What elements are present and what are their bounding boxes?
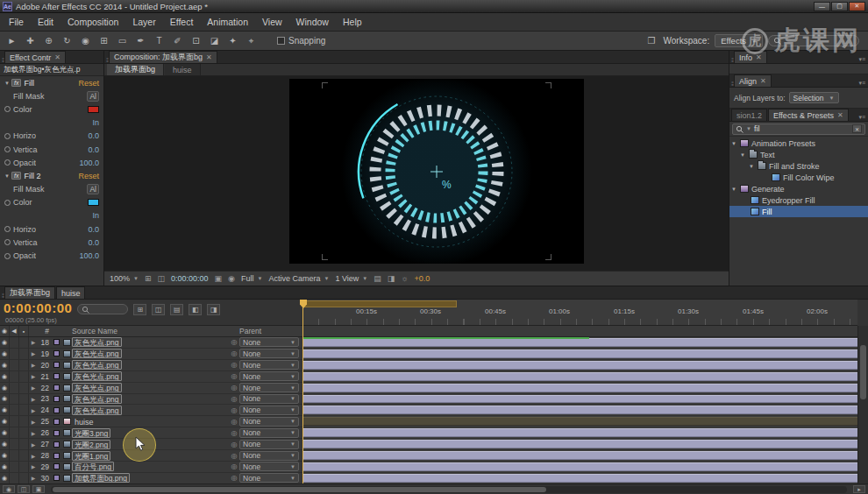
pick-whip-icon[interactable]: ◎ — [229, 474, 239, 482]
layer-row[interactable]: ◉ ▶ 18 灰色光点.png ◎ None▼ — [0, 337, 302, 349]
parent-dropdown[interactable]: None▼ — [239, 428, 299, 438]
fill-color-swatch[interactable] — [88, 199, 99, 206]
close-icon[interactable]: ✕ — [206, 53, 212, 61]
pick-whip-icon[interactable]: ◎ — [229, 406, 239, 414]
effect-property-row[interactable]: Fill Mask Al — [0, 183, 103, 196]
shape-tool[interactable]: ▭ — [116, 34, 129, 48]
eye-icon[interactable]: ◉ — [0, 360, 10, 370]
horizontal-scrollbar[interactable] — [51, 486, 847, 493]
channel-icon[interactable]: ◉ — [228, 274, 235, 283]
menu-item[interactable]: Window — [289, 13, 336, 31]
menu-item[interactable]: File — [2, 13, 31, 31]
layer-name[interactable]: 灰色光点.png — [72, 394, 122, 404]
motion-blur-icon[interactable]: ◨ — [207, 304, 220, 315]
panel-grip-icon[interactable]: ⁞⁞ — [731, 81, 733, 87]
layer-name[interactable]: 加载界面bg.png — [72, 473, 130, 483]
expander-icon[interactable]: ▶ — [29, 396, 38, 402]
tab-effect-controls[interactable]: Effect Contr ✕ — [4, 51, 66, 63]
selection-tool[interactable]: ► — [5, 34, 18, 48]
effect-property-row[interactable]: Vertica 0.0 — [0, 143, 103, 156]
lock-cell[interactable] — [19, 349, 29, 359]
layer-duration-bar[interactable] — [302, 440, 857, 448]
layer-corner-handle[interactable] — [322, 254, 328, 260]
expand-layer-pane-icon[interactable]: ◉ — [3, 485, 15, 493]
lock-cell[interactable] — [19, 371, 29, 382]
label-color-swatch[interactable] — [53, 463, 60, 469]
layer-duration-bar[interactable] — [302, 384, 857, 392]
layer-row[interactable]: ◉ ▶ 20 灰色光点.png ◎ None▼ — [0, 360, 302, 371]
menu-item[interactable]: Layer — [125, 13, 162, 31]
snapping-checkbox[interactable] — [277, 37, 285, 45]
close-icon[interactable]: ✕ — [54, 53, 60, 61]
tab-info[interactable]: Info ✕ — [734, 51, 767, 63]
lock-cell[interactable] — [19, 405, 29, 415]
track-row[interactable] — [302, 462, 857, 473]
effect-property-row[interactable]: Opacit 100.0 — [0, 249, 103, 262]
expander-icon[interactable]: ▶ — [29, 430, 38, 436]
label-color-swatch[interactable] — [53, 453, 60, 459]
timeline-search-input[interactable] — [77, 304, 128, 314]
menu-item[interactable]: Animation — [200, 13, 255, 31]
fill-mask-dropdown[interactable]: Al — [87, 184, 99, 194]
pick-whip-icon[interactable]: ◎ — [229, 361, 239, 369]
audio-cell[interactable] — [10, 371, 19, 382]
exposure-value[interactable]: +0.0 — [415, 274, 430, 283]
fill-mask-dropdown[interactable]: Al — [87, 91, 99, 102]
label-color-swatch[interactable] — [53, 396, 60, 402]
puppet-pin-tool[interactable]: ⌖ — [245, 34, 258, 48]
layer-name[interactable]: huise — [72, 417, 96, 427]
composition-viewer[interactable]: % — [104, 76, 729, 271]
align-target-dropdown[interactable]: Selection▼ — [789, 92, 839, 103]
tree-item[interactable]: ▼ Animation Presets — [729, 138, 868, 149]
audio-cell[interactable] — [10, 416, 19, 427]
audio-cell[interactable] — [10, 405, 19, 415]
camera-tool[interactable]: ◉ — [79, 34, 92, 48]
tree-item[interactable]: Fill — [729, 206, 868, 217]
tree-item[interactable]: ▼ Generate — [729, 183, 868, 194]
panel-grip-icon[interactable]: ⁞⁞ — [2, 293, 4, 299]
layer-duration-bar[interactable] — [302, 395, 857, 404]
parent-dropdown[interactable]: None▼ — [239, 417, 299, 427]
layer-corner-handle[interactable] — [545, 254, 551, 260]
effect-group-header[interactable]: ▼ fx Fill 2 Reset — [0, 169, 103, 182]
property-value[interactable]: 0.0 — [88, 145, 99, 154]
frame-blending-icon[interactable]: ◧ — [189, 304, 202, 315]
panel-menu-icon[interactable]: ▾≡ — [858, 56, 868, 63]
eye-icon[interactable]: ◉ — [0, 349, 10, 359]
eye-icon[interactable]: ◉ — [0, 416, 10, 427]
layer-duration-bar[interactable] — [302, 406, 857, 414]
layer-name[interactable]: 光圈3.png — [72, 428, 110, 438]
effect-property-row[interactable]: In — [0, 209, 103, 222]
camera-dropdown[interactable]: Active Camera▼ — [268, 274, 329, 283]
track-row[interactable] — [302, 405, 857, 416]
stopwatch-icon[interactable] — [4, 146, 11, 152]
pen-tool[interactable]: ✒ — [134, 34, 147, 48]
eye-icon[interactable]: ◉ — [0, 450, 10, 461]
clone-stamp-tool[interactable]: ⊡ — [189, 34, 203, 48]
expander-icon[interactable]: ▶ — [29, 339, 38, 345]
audio-cell[interactable] — [10, 349, 19, 359]
hand-tool[interactable]: ✚ — [24, 34, 37, 48]
layer-corner-handle[interactable] — [322, 82, 328, 88]
expander-icon[interactable]: ▶ — [29, 373, 38, 379]
label-color-swatch[interactable] — [53, 373, 60, 379]
current-timecode[interactable]: 0:00:00:00 — [4, 301, 72, 315]
close-icon[interactable]: ✕ — [756, 53, 762, 61]
layer-row[interactable]: ◉ ▶ 28 光圈1.png ◎ None▼ — [0, 450, 302, 462]
panel-grip-icon[interactable]: ⁞⁞ — [106, 57, 108, 63]
tree-item[interactable]: Eyedropper Fill — [729, 194, 868, 206]
pick-whip-icon[interactable]: ◎ — [229, 418, 239, 426]
pick-whip-icon[interactable]: ◎ — [229, 452, 239, 460]
menu-item[interactable]: View — [255, 13, 289, 31]
tab-effects-presets[interactable]: Effects & Presets ✕ — [768, 109, 849, 121]
track-row[interactable] — [302, 416, 857, 427]
timeline-tab[interactable]: 加载界面bg — [4, 286, 55, 299]
eye-icon[interactable]: ◉ — [0, 439, 10, 449]
pick-whip-icon[interactable]: ◎ — [229, 429, 239, 437]
lock-cell[interactable] — [19, 416, 29, 427]
maximize-button[interactable]: ▢ — [831, 2, 848, 11]
tree-item[interactable]: Fill Color Wipe — [729, 172, 868, 183]
eye-icon[interactable]: ◉ — [0, 337, 10, 348]
magnification-dropdown[interactable]: 100%▼ — [110, 274, 139, 283]
effect-property-row[interactable]: In — [0, 116, 103, 130]
